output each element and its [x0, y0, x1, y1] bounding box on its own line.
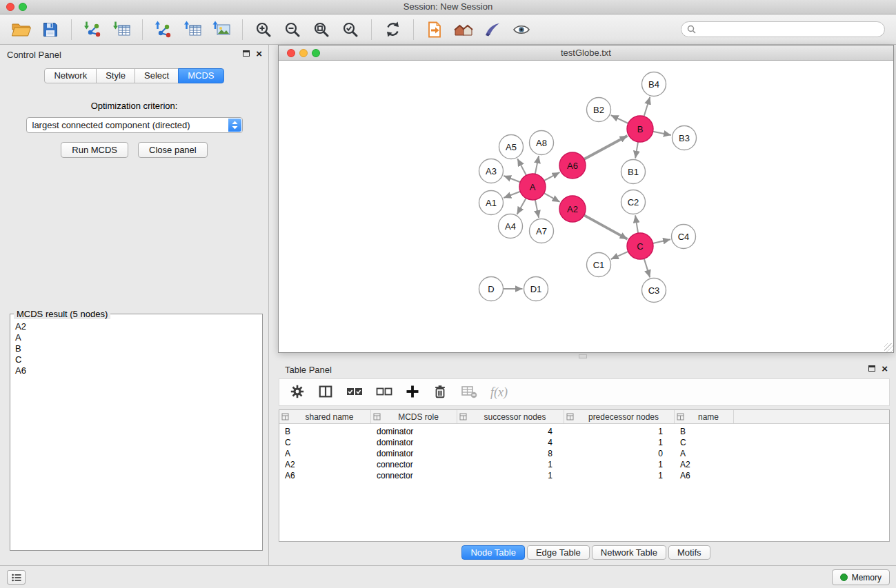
- resize-grip[interactable]: [884, 343, 893, 352]
- graph-edge[interactable]: [535, 200, 539, 218]
- deselect-all-columns-button[interactable]: [376, 385, 392, 400]
- refresh-button[interactable]: [378, 17, 407, 43]
- delete-table-button[interactable]: [461, 384, 477, 401]
- zoom-selected-button[interactable]: [336, 17, 365, 43]
- graph-edge[interactable]: [544, 172, 560, 181]
- close-panel-icon[interactable]: ×: [256, 50, 262, 57]
- tab-select[interactable]: Select: [135, 68, 179, 83]
- graph-edge[interactable]: [584, 136, 628, 159]
- graph-node[interactable]: D1: [524, 277, 548, 301]
- graph-edge[interactable]: [517, 199, 526, 214]
- graph-node[interactable]: B: [627, 116, 653, 142]
- graph-node[interactable]: C3: [642, 278, 666, 303]
- column-header[interactable]: name: [675, 410, 734, 423]
- home-button[interactable]: [449, 17, 478, 43]
- open-session-button[interactable]: [7, 17, 36, 43]
- graph-node[interactable]: C: [627, 233, 653, 259]
- create-column-button[interactable]: [406, 385, 419, 401]
- export-document-button[interactable]: [420, 17, 449, 43]
- graph-node[interactable]: A7: [530, 219, 554, 243]
- graph-edge[interactable]: [535, 156, 539, 174]
- mcds-result-item[interactable]: A6: [15, 365, 257, 376]
- graph-node[interactable]: A3: [479, 159, 504, 183]
- graph-node[interactable]: B1: [621, 160, 646, 184]
- column-header[interactable]: predecessor nodes: [564, 410, 675, 423]
- graph-edge[interactable]: [504, 192, 520, 198]
- graph-edge[interactable]: [611, 252, 628, 259]
- minimize-network-window-button[interactable]: [299, 49, 308, 57]
- graph-node[interactable]: D: [479, 277, 504, 301]
- graph-edge[interactable]: [611, 115, 628, 123]
- import-table-button[interactable]: [107, 17, 136, 43]
- float-table-panel-icon[interactable]: [868, 365, 875, 372]
- select-all-columns-button[interactable]: [346, 385, 363, 400]
- network-canvas[interactable]: B4B2BB3A5A8A6B1A3AA1C2A2A4A7C4CC1C3DD1: [279, 61, 893, 352]
- column-header[interactable]: shared name: [279, 410, 371, 423]
- graph-node[interactable]: B4: [642, 72, 666, 97]
- graph-edge[interactable]: [644, 258, 650, 277]
- show-columns-button[interactable]: [318, 384, 333, 401]
- delete-column-button[interactable]: [432, 384, 448, 401]
- table-row[interactable]: Cdominator41C: [279, 437, 889, 448]
- run-mcds-button[interactable]: Run MCDS: [61, 142, 128, 158]
- show-hide-details-button[interactable]: [507, 17, 536, 43]
- search-input[interactable]: [699, 25, 879, 34]
- close-table-panel-icon[interactable]: ×: [882, 365, 888, 372]
- style-brush-button[interactable]: [478, 17, 507, 43]
- graph-edge[interactable]: [584, 215, 628, 239]
- search-box[interactable]: [681, 21, 885, 37]
- network-graph[interactable]: B4B2BB3A5A8A6B1A3AA1C2A2A4A7C4CC1C3DD1: [279, 61, 893, 353]
- table-settings-button[interactable]: [290, 384, 305, 401]
- tab-network[interactable]: Network: [44, 68, 97, 83]
- table-row[interactable]: Adominator80A: [279, 448, 889, 459]
- import-network-button[interactable]: [78, 17, 107, 43]
- graph-edge[interactable]: [644, 97, 650, 116]
- function-builder-button[interactable]: f(x): [490, 385, 508, 400]
- export-table-button[interactable]: [178, 17, 207, 43]
- node-table[interactable]: shared nameMCDS rolesuccessor nodesprede…: [279, 409, 890, 542]
- splitter-handle[interactable]: [579, 354, 587, 358]
- graph-node[interactable]: C1: [587, 253, 611, 277]
- optimization-criterion-dropdown[interactable]: largest connected component (directed): [26, 117, 243, 133]
- graph-edge[interactable]: [635, 215, 638, 233]
- graph-node[interactable]: C2: [621, 190, 646, 214]
- graph-node[interactable]: A8: [530, 131, 554, 155]
- graph-node[interactable]: A1: [479, 191, 504, 215]
- close-network-window-button[interactable]: [287, 49, 295, 57]
- column-header[interactable]: MCDS role: [371, 410, 457, 423]
- graph-edge[interactable]: [653, 132, 671, 135]
- table-row[interactable]: Bdominator41B: [279, 426, 889, 437]
- mcds-result-item[interactable]: A2: [15, 321, 257, 332]
- graph-edge[interactable]: [504, 176, 520, 182]
- save-session-button[interactable]: [36, 17, 65, 43]
- zoom-out-button[interactable]: [278, 17, 307, 43]
- zoom-window-button[interactable]: [19, 3, 27, 11]
- tab-mcds[interactable]: MCDS: [178, 68, 223, 83]
- graph-edge[interactable]: [517, 159, 526, 175]
- panel-chooser-button[interactable]: [7, 570, 26, 585]
- table-row[interactable]: A2connector11A2: [279, 459, 889, 470]
- table-row[interactable]: A6connector11A6: [279, 470, 889, 481]
- graph-edge[interactable]: [635, 142, 638, 159]
- graph-edge[interactable]: [544, 193, 560, 202]
- mcds-result-item[interactable]: C: [15, 354, 257, 365]
- column-header[interactable]: successor nodes: [457, 410, 564, 423]
- graph-node[interactable]: A4: [499, 214, 523, 239]
- mcds-result-item[interactable]: B: [15, 343, 257, 354]
- tab-node-table[interactable]: Node Table: [461, 545, 525, 560]
- graph-edge[interactable]: [653, 239, 671, 243]
- tab-motifs[interactable]: Motifs: [668, 545, 710, 560]
- close-window-button[interactable]: [6, 3, 14, 11]
- tab-style[interactable]: Style: [96, 68, 135, 83]
- graph-node[interactable]: B2: [587, 98, 611, 122]
- float-panel-icon[interactable]: [243, 50, 250, 57]
- graph-node[interactable]: A: [519, 174, 546, 200]
- graph-node[interactable]: C4: [672, 225, 696, 249]
- tab-edge-table[interactable]: Edge Table: [527, 545, 590, 560]
- zoom-fit-button[interactable]: [307, 17, 336, 43]
- zoom-network-window-button[interactable]: [312, 49, 320, 57]
- graph-node[interactable]: A5: [499, 135, 524, 159]
- mcds-result-item[interactable]: A: [15, 332, 257, 343]
- graph-node[interactable]: B3: [673, 126, 697, 150]
- zoom-in-button[interactable]: [249, 17, 278, 43]
